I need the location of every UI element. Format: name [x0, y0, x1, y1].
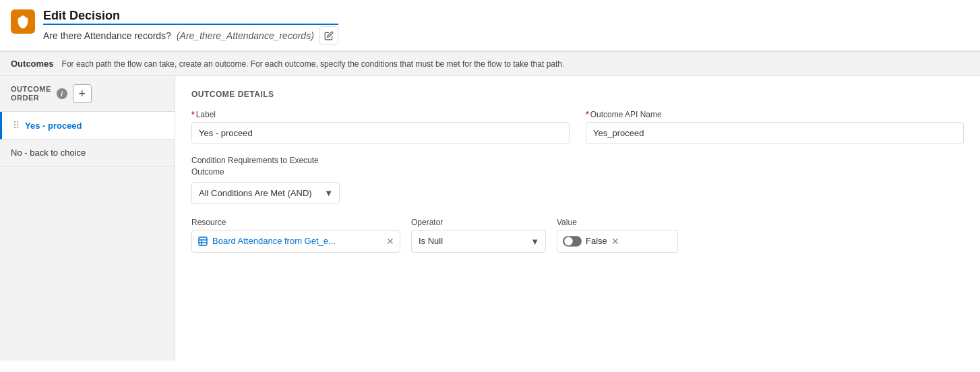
decision-api-name: (Are_there_Attendance_records) [177, 30, 314, 41]
condition-requirements-section: Condition Requirements to ExecuteOutcome… [191, 155, 964, 204]
condition-row: Resource Board Attendance from Get_e... … [191, 218, 964, 253]
sidebar-item-yes-proceed[interactable]: ⠿ Yes - proceed [0, 112, 175, 140]
api-name-input[interactable] [586, 122, 964, 144]
flow-svg-icon [16, 14, 30, 29]
label-field-group: * Label [191, 110, 570, 144]
api-name-required-star: * [586, 110, 589, 119]
resource-input[interactable]: Board Attendance from Get_e... ✕ [191, 230, 400, 253]
resource-field-label: Resource [191, 218, 400, 227]
sidebar-header: OUTCOMEORDER i + [0, 76, 175, 112]
condition-requirements-label: Condition Requirements to ExecuteOutcome [191, 155, 964, 178]
outcomes-label: Outcomes [11, 59, 54, 69]
label-required-star: * [191, 110, 195, 119]
details-panel: OUTCOME DETAILS * Label * Outcome API Na… [175, 76, 980, 361]
label-input[interactable] [191, 122, 570, 144]
sidebar: OUTCOMEORDER i + ⠿ Yes - proceed No - ba… [0, 76, 175, 361]
main-content: OUTCOMEORDER i + ⠿ Yes - proceed No - ba… [0, 76, 980, 361]
resource-value-text: Board Attendance from Get_e... [212, 236, 382, 246]
condition-requirements-select[interactable]: All Conditions Are Met (AND) Any Conditi… [191, 182, 340, 204]
flow-icon [11, 9, 35, 34]
outcome-order-label: OUTCOMEORDER [11, 85, 51, 102]
sidebar-item-label-yes-proceed: Yes - proceed [25, 121, 82, 131]
operator-field-group: Operator Is Null Is Not Null Equals Not … [411, 218, 546, 253]
toggle-icon [563, 236, 582, 247]
decision-name: Are there Attendance records? [43, 30, 171, 41]
pencil-icon [324, 31, 334, 40]
resource-table-icon [197, 236, 208, 247]
operator-field-label: Operator [411, 218, 546, 227]
operator-select[interactable]: Is Null Is Not Null Equals Not Equals [411, 230, 546, 253]
decision-subtitle: Are there Attendance records? (Are_there… [43, 26, 338, 45]
label-api-row: * Label * Outcome API Name [191, 110, 964, 144]
add-outcome-button[interactable]: + [73, 84, 92, 103]
sidebar-item-label-no-back: No - back to choice [11, 148, 86, 158]
svg-rect-0 [199, 237, 207, 245]
value-field-label: Value [557, 218, 678, 227]
outcome-details-title: OUTCOME DETAILS [191, 90, 964, 99]
condition-select-wrapper: All Conditions Are Met (AND) Any Conditi… [191, 182, 340, 204]
resource-clear-button[interactable]: ✕ [386, 237, 394, 246]
outcomes-bar: Outcomes For each path the flow can take… [0, 52, 980, 76]
value-clear-button[interactable]: ✕ [611, 237, 619, 246]
header-text-group: Edit Decision Are there Attendance recor… [43, 8, 338, 45]
value-text: False [586, 236, 607, 246]
svg-point-5 [564, 237, 572, 245]
value-field-group: Value False ✕ [557, 218, 678, 253]
resource-field-group: Resource Board Attendance from Get_e... … [191, 218, 400, 253]
sidebar-item-no-back[interactable]: No - back to choice [0, 140, 175, 166]
page-title: Edit Decision [43, 8, 338, 25]
api-name-field-group: * Outcome API Name [586, 110, 964, 144]
operator-select-wrapper: Is Null Is Not Null Equals Not Equals ▼ [411, 230, 546, 253]
edit-decision-name-button[interactable] [319, 26, 338, 45]
header: Edit Decision Are there Attendance recor… [0, 0, 980, 51]
outcomes-description: For each path the flow can take, create … [62, 59, 565, 69]
info-icon[interactable]: i [57, 88, 67, 99]
drag-handle-icon: ⠿ [13, 120, 20, 131]
label-field-label: * Label [191, 110, 570, 119]
value-input[interactable]: False ✕ [557, 230, 678, 253]
api-name-field-label: * Outcome API Name [586, 110, 964, 119]
